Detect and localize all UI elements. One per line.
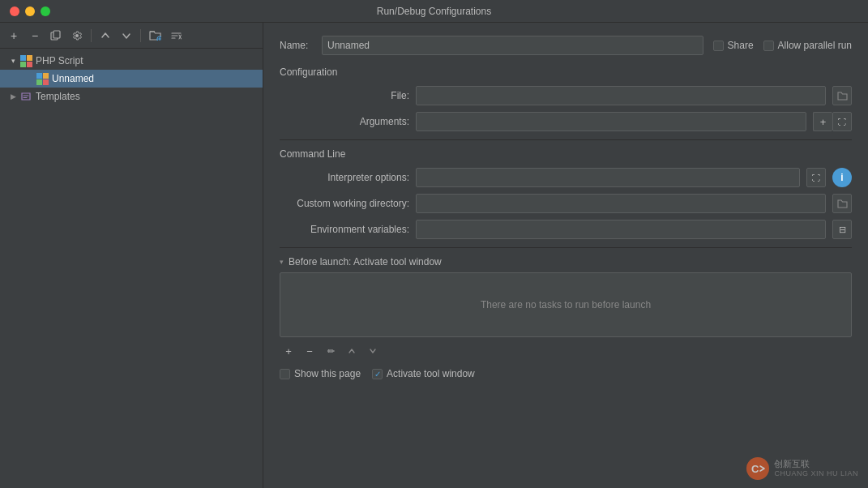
- before-launch-down-button[interactable]: [364, 342, 382, 360]
- activate-tool-window-label: Activate tool window: [387, 368, 475, 379]
- no-tasks-text: There are no tasks to run before launch: [481, 299, 651, 310]
- interpreter-options-label: Interpreter options:: [280, 172, 409, 183]
- unnamed-icon: [36, 72, 49, 85]
- tree-item-php-script[interactable]: ▾ PHP Script: [0, 52, 263, 70]
- watermark: C 创新互联 CHUANG XIN HU LIAN: [746, 457, 858, 480]
- window-controls: [10, 6, 50, 16]
- activate-tool-window-checkbox-label[interactable]: Activate tool window: [372, 368, 475, 379]
- svg-rect-1: [53, 31, 60, 38]
- file-row: File:: [280, 86, 852, 105]
- name-label: Name:: [280, 40, 312, 51]
- main-layout: + −: [0, 23, 868, 488]
- sidebar-toolbar: + −: [0, 23, 263, 49]
- php-script-icon: [19, 54, 32, 67]
- show-page-label: Show this page: [294, 368, 361, 379]
- arguments-label: Arguments:: [280, 116, 409, 127]
- down-config-button[interactable]: [118, 27, 135, 45]
- before-launch-header[interactable]: ▾ Before launch: Activate tool window: [280, 256, 852, 268]
- allow-parallel-checkbox-label[interactable]: Allow parallel run: [763, 40, 852, 51]
- bottom-row: Show this page Activate tool window: [280, 368, 852, 379]
- before-launch-add-button[interactable]: +: [280, 342, 297, 360]
- allow-parallel-label: Allow parallel run: [778, 40, 852, 51]
- divider-1: [280, 139, 852, 140]
- unnamed-label: Unnamed: [52, 74, 94, 83]
- file-input[interactable]: [416, 86, 826, 105]
- php-script-arrow: ▾: [6, 54, 19, 67]
- up-config-button[interactable]: [96, 27, 114, 45]
- interpreter-options-expand-button[interactable]: ⛶: [806, 168, 826, 187]
- share-checkbox[interactable]: [713, 41, 724, 51]
- before-launch-toolbar: + − ✏: [280, 342, 852, 360]
- arguments-expand-button[interactable]: ⛶: [832, 112, 852, 131]
- templates-arrow: ▶: [6, 90, 19, 103]
- name-row: Name: Share Allow parallel run: [280, 36, 852, 55]
- watermark-text: 创新互联 CHUANG XIN HU LIAN: [774, 458, 858, 479]
- templates-label: Templates: [36, 92, 80, 101]
- arguments-add-button[interactable]: +: [813, 112, 832, 131]
- divider-2: [280, 247, 852, 248]
- copy-config-button[interactable]: [47, 27, 65, 45]
- tree-item-unnamed[interactable]: ▶ Unnamed: [0, 70, 263, 88]
- arguments-row: Arguments: + ⛶: [280, 112, 852, 131]
- templates-icon: [19, 90, 32, 103]
- before-launch-remove-button[interactable]: −: [301, 342, 319, 360]
- custom-working-dir-browse-button[interactable]: [832, 194, 852, 213]
- configuration-section-header: Configuration: [280, 66, 852, 78]
- command-line-section-header: Command Line: [280, 148, 852, 160]
- close-button[interactable]: [10, 6, 19, 16]
- file-browse-button[interactable]: [832, 86, 852, 105]
- folder-config-button[interactable]: [146, 27, 164, 45]
- custom-working-dir-row: Custom working directory:: [280, 194, 852, 213]
- toolbar-sep-2: [140, 29, 141, 42]
- add-config-button[interactable]: +: [5, 27, 23, 45]
- interpreter-info-button[interactable]: i: [832, 168, 852, 187]
- file-label: File:: [280, 90, 409, 101]
- sidebar-tree: ▾ PHP Script ▶ Unnamed: [0, 49, 263, 488]
- before-launch-arrow: ▾: [280, 258, 284, 266]
- maximize-button[interactable]: [41, 6, 50, 16]
- before-launch-up-button[interactable]: [343, 342, 361, 360]
- share-label: Share: [728, 40, 754, 51]
- custom-working-dir-input[interactable]: [416, 194, 826, 213]
- custom-working-dir-label: Custom working directory:: [280, 198, 409, 209]
- before-launch-area: There are no tasks to run before launch: [280, 272, 852, 337]
- environment-variables-row: Environment variables: ⊟: [280, 220, 852, 239]
- allow-parallel-checkbox[interactable]: [763, 41, 774, 51]
- php-script-label: PHP Script: [36, 56, 83, 66]
- content-panel: Name: Share Allow parallel run Configura…: [263, 23, 868, 488]
- share-checkbox-row: Share Allow parallel run: [713, 40, 852, 51]
- environment-variables-input[interactable]: [416, 220, 826, 239]
- window-title: Run/Debug Configurations: [377, 6, 491, 17]
- interpreter-options-row: Interpreter options: ⛶ i: [280, 168, 852, 187]
- watermark-line2: CHUANG XIN HU LIAN: [774, 469, 858, 479]
- toolbar-sep-1: [91, 29, 92, 42]
- sidebar: + −: [0, 23, 263, 488]
- minimize-button[interactable]: [25, 6, 35, 16]
- title-bar: Run/Debug Configurations: [0, 0, 868, 23]
- settings-config-button[interactable]: [68, 27, 86, 45]
- before-launch-label: Before launch: Activate tool window: [289, 256, 442, 268]
- activate-tool-window-checkbox[interactable]: [372, 369, 383, 379]
- arguments-btn-group: + ⛶: [813, 112, 852, 131]
- show-page-checkbox[interactable]: [280, 369, 290, 379]
- arguments-input[interactable]: [416, 112, 806, 131]
- watermark-logo: C: [746, 457, 769, 480]
- interpreter-options-input[interactable]: [416, 168, 800, 187]
- share-checkbox-label[interactable]: Share: [713, 40, 754, 51]
- tree-item-templates[interactable]: ▶ Templates: [0, 88, 263, 105]
- sort-config-button[interactable]: [167, 27, 185, 45]
- name-input[interactable]: [322, 36, 703, 55]
- environment-variables-edit-button[interactable]: ⊟: [832, 220, 852, 239]
- remove-config-button[interactable]: −: [26, 27, 44, 45]
- environment-variables-label: Environment variables:: [280, 224, 409, 235]
- watermark-line1: 创新互联: [774, 458, 858, 469]
- show-page-checkbox-label[interactable]: Show this page: [280, 368, 361, 379]
- before-launch-edit-button[interactable]: ✏: [322, 342, 340, 360]
- svg-text:C: C: [751, 463, 759, 475]
